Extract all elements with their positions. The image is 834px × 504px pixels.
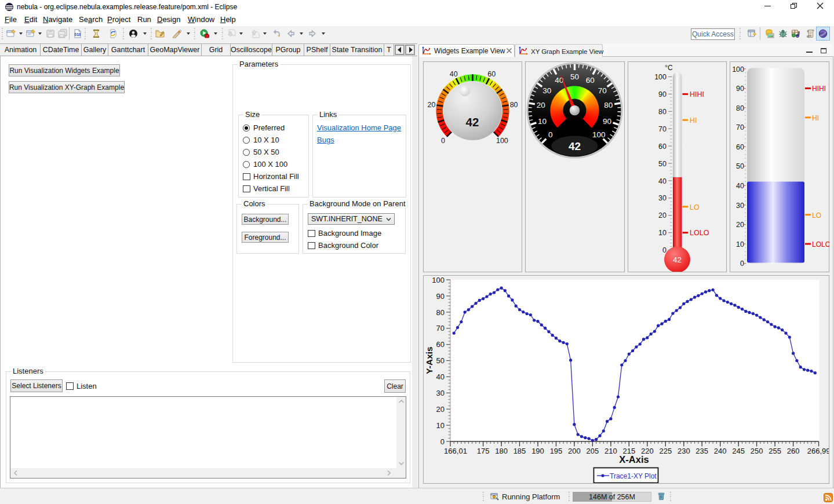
svg-text:42: 42 [569,140,581,152]
svg-text:60: 60 [736,143,744,151]
svg-text:20: 20 [658,211,667,220]
svg-text:205: 205 [587,447,599,455]
svg-text:100: 100 [592,130,606,139]
svg-text:LO: LO [812,211,821,220]
svg-text:42: 42 [673,255,682,264]
svg-text:70: 70 [658,125,667,133]
svg-text:235: 235 [695,447,708,455]
svg-text:180: 180 [495,447,508,455]
svg-text:210: 210 [604,447,617,455]
svg-text:X-Axis: X-Axis [619,454,649,465]
svg-text:HI: HI [690,116,697,125]
svg-text:50: 50 [658,160,667,168]
svg-text:230: 230 [678,447,690,455]
svg-text:LOLO: LOLO [812,240,829,249]
svg-text:10: 10 [436,421,445,430]
svg-text:90: 90 [658,90,667,98]
svg-text:90: 90 [436,292,445,301]
svg-text:50: 50 [570,72,579,81]
svg-text:20: 20 [436,405,445,414]
svg-text:40: 40 [555,76,563,85]
svg-text:100: 100 [432,276,445,284]
svg-text:195: 195 [550,447,563,455]
svg-text:20: 20 [537,101,545,109]
svg-text:70: 70 [736,123,744,132]
svg-text:HI: HI [812,114,819,122]
svg-text:266,99: 266,99 [807,447,829,455]
svg-text:30: 30 [542,86,551,95]
svg-text:42: 42 [466,115,479,129]
svg-text:100: 100 [496,137,508,145]
svg-text:100: 100 [732,65,744,74]
svg-text:30: 30 [736,202,744,210]
svg-text:175: 175 [477,447,490,455]
svg-text:30: 30 [436,389,445,397]
svg-text:40: 40 [736,182,744,190]
svg-text:30: 30 [658,194,667,202]
svg-text:240: 240 [714,447,727,455]
svg-text:70: 70 [436,324,445,333]
svg-text:Trace1-XY Plot: Trace1-XY Plot [610,472,657,480]
svg-text:100: 100 [654,73,667,81]
svg-text:80: 80 [604,101,613,109]
svg-text:255: 255 [769,447,781,455]
svg-text:90: 90 [736,85,744,93]
svg-text:0: 0 [548,130,553,139]
svg-text:HIHI: HIHI [812,85,826,93]
svg-text:0: 0 [441,137,445,145]
svg-text:260: 260 [787,447,800,455]
svg-text:20: 20 [427,101,435,109]
svg-text:40: 40 [436,372,445,381]
svg-text:Y-Axis: Y-Axis [424,346,434,374]
svg-text:GIT: GIT [769,34,773,37]
svg-text:80: 80 [436,308,445,317]
svg-text:80: 80 [658,108,667,116]
svg-text:70: 70 [598,86,607,95]
svg-text:°C: °C [665,64,673,72]
svg-text:225: 225 [659,447,672,455]
svg-text:0: 0 [740,260,744,268]
svg-text:10: 10 [658,229,667,237]
svg-text:60: 60 [436,340,445,349]
svg-text:60: 60 [487,70,496,78]
svg-text:50: 50 [436,356,445,365]
svg-text:0: 0 [662,246,667,254]
svg-text:HIHI: HIHI [690,90,704,98]
svg-text:40: 40 [450,70,458,78]
svg-text:LO: LO [690,203,700,211]
svg-text:60: 60 [586,76,595,85]
svg-text:245: 245 [732,447,745,455]
svg-text:166,01: 166,01 [444,447,467,455]
svg-text:80: 80 [736,104,744,112]
svg-text:10: 10 [538,117,547,126]
svg-text:LOLO: LOLO [690,229,709,237]
svg-text:40: 40 [658,177,667,185]
svg-text:50: 50 [736,162,744,170]
svg-text:80: 80 [510,101,518,109]
svg-text:190: 190 [531,447,544,455]
svg-text:10: 10 [736,240,744,249]
svg-text:010: 010 [75,32,81,36]
svg-text:200: 200 [568,447,581,455]
svg-text:250: 250 [751,447,763,455]
svg-text:0: 0 [440,437,445,446]
svg-text:60: 60 [658,143,667,151]
svg-text:185: 185 [513,447,526,455]
svg-text:20: 20 [736,221,744,229]
svg-text:90: 90 [603,117,611,126]
